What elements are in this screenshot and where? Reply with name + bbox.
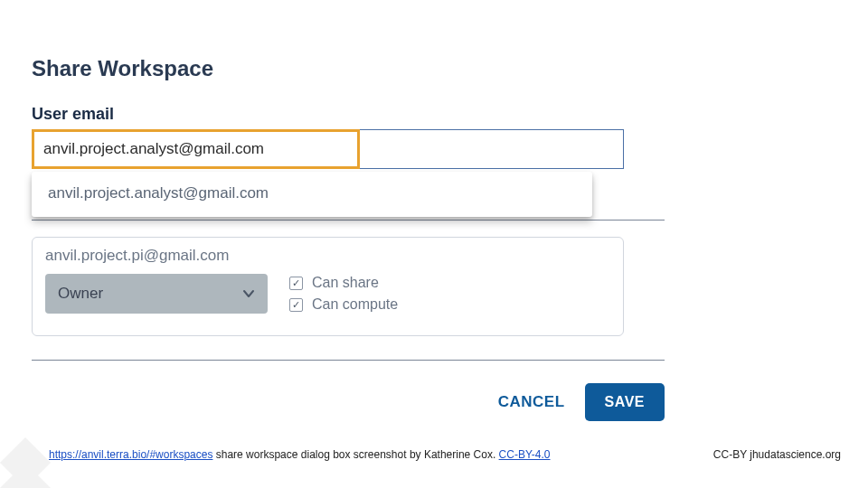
footer-right-text: CC-BY jhudatascience.org [713,448,841,461]
footer-left-text: share workspace dialog box screenshot by… [212,448,498,461]
can-share-label: Can share [312,275,379,291]
email-field-label: User email [32,105,665,124]
can-compute-checkbox[interactable]: ✓ [289,298,303,312]
footer: https://anvil.terra.bio/#workspaces shar… [0,443,868,461]
autocomplete-suggestion: anvil.project.analyst@gmail.com [48,184,269,202]
role-select[interactable]: Owner [45,274,268,314]
footer-link[interactable]: https://anvil.terra.bio/#workspaces [49,448,212,461]
email-input[interactable] [32,129,624,169]
cancel-button[interactable]: CANCEL [498,393,565,411]
role-select-value: Owner [58,285,103,303]
dialog-actions: CANCEL SAVE [32,383,665,421]
divider [32,220,665,221]
autocomplete-dropdown[interactable]: anvil.project.analyst@gmail.com [32,172,592,217]
footer-license-link[interactable]: CC-BY-4.0 [499,448,551,461]
divider [32,360,665,361]
can-share-checkbox[interactable]: ✓ [289,277,303,290]
save-button[interactable]: SAVE [585,383,665,421]
collaborator-email: anvil.project.pi@gmail.com [45,247,610,265]
chevron-down-icon [242,287,255,300]
dialog-title: Share Workspace [32,56,665,81]
can-compute-label: Can compute [312,296,398,313]
collaborator-card: anvil.project.pi@gmail.com Owner ✓ Can s… [32,237,624,336]
